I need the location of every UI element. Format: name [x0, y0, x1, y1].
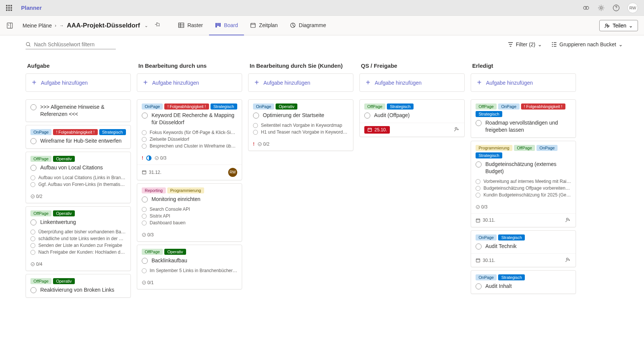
checklist-item[interactable]: Im September 5 Links in Branchenbüchern … [142, 267, 237, 274]
app-brand[interactable]: Planner [21, 5, 42, 11]
task-card[interactable]: OnPageStrategischAudit Inhalt [471, 270, 576, 294]
add-task-button[interactable]: +Aufgabe hinzufügen [359, 73, 465, 92]
checklist-radio[interactable] [476, 179, 480, 184]
assignee-avatar[interactable]: RW [228, 168, 237, 177]
chevron-down-icon[interactable]: ⌄ [144, 23, 148, 28]
checklist-radio[interactable] [30, 243, 35, 248]
complete-radio[interactable] [476, 283, 482, 289]
checklist-radio[interactable] [142, 268, 147, 273]
checklist-radio[interactable] [253, 130, 258, 135]
complete-radio[interactable] [476, 244, 482, 250]
filter-button[interactable]: Filter (2)⌄ [508, 41, 542, 47]
search-field[interactable] [34, 41, 116, 47]
checklist-item[interactable]: Nach Freigabe der Kunden: Hochladen der … [30, 249, 126, 256]
complete-radio[interactable] [364, 113, 370, 119]
svg-rect-8 [219, 23, 221, 27]
assign-icon[interactable] [454, 126, 460, 133]
task-card[interactable]: OffPageOperativLinkentwertungÜberprüfung… [26, 206, 131, 271]
checklist-radio[interactable] [476, 193, 480, 198]
checklist-radio[interactable] [30, 230, 35, 234]
checklist-radio[interactable] [142, 207, 147, 212]
task-card[interactable]: OnPage! Folgeabhängigkeit !StrategischKe… [137, 99, 242, 180]
checklist-item[interactable]: Dashboard bauen [142, 219, 237, 226]
complete-radio[interactable] [142, 196, 148, 202]
complete-radio[interactable] [142, 113, 148, 119]
checklist-item[interactable]: Fokus Keywords (für Off-Page & Klick-Sig… [142, 129, 237, 136]
checklist-item[interactable]: Ggf. Aufbau von Foren-Links (in thematis… [30, 181, 126, 188]
checklist-item[interactable]: Zielseite Düsseldorf [142, 136, 237, 143]
checklist-item[interactable]: Aufbau von Local Citations (Links in Bra… [30, 174, 126, 181]
tab-board[interactable]: Board [209, 16, 244, 35]
plan-name[interactable]: AAA-Projekt-Düsseldorf [67, 22, 140, 29]
breadcrumb-root[interactable]: Meine Pläne [23, 23, 52, 29]
checklist-item[interactable]: Vorbereitung auf internes Meeting mit Ra… [476, 178, 571, 185]
task-card[interactable]: OffPageOperativBacklinkaufbauIm Septembe… [137, 245, 242, 289]
add-task-button[interactable]: +Aufgabe hinzufügen [471, 73, 576, 92]
task-card[interactable]: >>> Allgemeine Hinweise & Referenzen <<< [26, 99, 131, 122]
complete-radio[interactable] [476, 161, 482, 167]
waffle-icon[interactable] [6, 5, 12, 11]
group-button[interactable]: Gruppieren nach Bucket⌄ [551, 41, 623, 47]
task-card[interactable]: OffPageOperativReaktivierung von Broken … [26, 274, 131, 298]
bucket-title[interactable]: In Bearbeitung durch Sie (Kunden) [248, 59, 353, 73]
help-icon[interactable] [612, 4, 620, 12]
checklist-item[interactable]: schädliche und tote Links werden in der … [30, 235, 126, 242]
task-card[interactable]: OffPageOnPage! Folgeabhängigkeit !Strate… [471, 99, 576, 138]
task-card[interactable]: OnPage! Folgeabhängigkeit !StrategischWi… [26, 125, 131, 149]
tab-grid[interactable]: Raster [172, 16, 209, 35]
checklist-item[interactable]: Seitentitel nach Vorgabe in Keywordmap [253, 122, 349, 129]
task-card[interactable]: ReportingProgrammierungMonitoring einric… [137, 183, 242, 242]
complete-radio[interactable] [142, 258, 148, 264]
checklist-item[interactable]: Überprüfung aller bisher vorhandenen Bac… [30, 228, 126, 235]
complete-radio[interactable] [253, 113, 259, 119]
task-card[interactable]: OffPageOperativAufbau von Local Citation… [26, 152, 131, 203]
task-pane-icon[interactable] [6, 22, 14, 29]
checklist-item[interactable]: Sistrix API [142, 213, 237, 219]
task-card[interactable]: OnPageOperativOptimierung der Startseite… [248, 99, 353, 151]
search-input[interactable] [26, 40, 116, 49]
user-avatar[interactable]: RW [627, 3, 638, 13]
settings-icon[interactable] [597, 4, 605, 12]
checklist-radio[interactable] [30, 236, 35, 241]
tab-charts[interactable]: Diagramme [284, 16, 332, 35]
checklist-item[interactable]: Budgeteinschätzung Offpage vorbereiten u… [476, 185, 571, 192]
add-task-button[interactable]: +Aufgabe hinzufügen [137, 73, 242, 92]
complete-radio[interactable] [30, 104, 36, 110]
add-task-button[interactable]: +Aufgabe hinzufügen [26, 73, 131, 92]
pin-icon[interactable] [154, 22, 160, 29]
add-task-button[interactable]: +Aufgabe hinzufügen [248, 73, 353, 92]
complete-radio[interactable] [30, 165, 36, 171]
checklist-item[interactable]: Kundin Budgeteinschätzung für 2025 (Gesa… [476, 192, 571, 198]
task-card[interactable]: ProgrammierungOffPageOnPageStrategischBu… [471, 141, 576, 227]
tab-schedule[interactable]: Zeitplan [244, 16, 284, 35]
task-card[interactable]: OnPageStrategischAudit Technik30.11. [471, 230, 576, 268]
complete-radio[interactable] [476, 120, 482, 126]
bucket-title[interactable]: QS / Freigabe [359, 59, 465, 73]
checklist-item[interactable]: Senden der Liste an Kunden zur Freigabe [30, 242, 126, 249]
checklist-item[interactable]: H1 und Teaser nach Vorgabe in Keywordmap [253, 129, 349, 135]
bucket-title[interactable]: Aufgabe [26, 59, 131, 73]
assign-icon[interactable] [565, 257, 571, 264]
checklist-radio[interactable] [476, 186, 480, 191]
task-tag: OnPage [498, 103, 519, 110]
assign-icon[interactable] [565, 217, 571, 224]
checklist-radio[interactable] [142, 214, 147, 219]
complete-radio[interactable] [30, 287, 36, 293]
checklist-radio[interactable] [142, 130, 147, 135]
checklist-item[interactable]: Besprechen und Cluster in Wireframe über… [142, 143, 237, 149]
checklist-radio[interactable] [142, 137, 147, 142]
checklist-radio[interactable] [30, 175, 35, 180]
bucket-title[interactable]: Erledigt [471, 59, 576, 73]
checklist-radio[interactable] [142, 221, 147, 225]
checklist-radio[interactable] [30, 250, 35, 255]
copilot-icon[interactable] [582, 4, 590, 12]
share-button[interactable]: Teilen⌄ [599, 20, 638, 31]
checklist-radio[interactable] [253, 123, 258, 128]
complete-radio[interactable] [30, 219, 36, 225]
checklist-radio[interactable] [30, 182, 35, 187]
checklist-item[interactable]: Search Console API [142, 206, 237, 213]
task-card[interactable]: OffPageStrategischAudit (Offpage)25.10. [359, 99, 465, 137]
bucket-title[interactable]: In Bearbeitung durch uns [137, 59, 242, 73]
complete-radio[interactable] [30, 138, 36, 144]
checklist-radio[interactable] [142, 144, 147, 149]
